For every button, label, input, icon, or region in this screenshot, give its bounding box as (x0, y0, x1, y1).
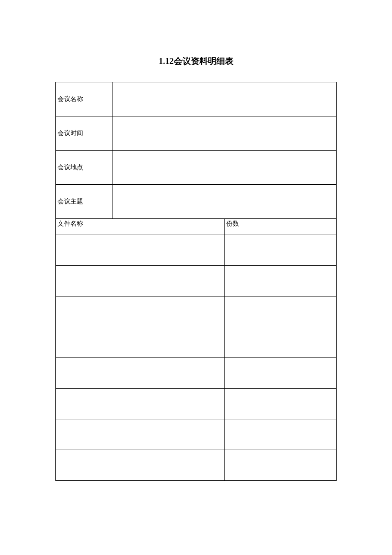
row-meeting-time: 会议时间 (56, 116, 337, 151)
value-meeting-place (112, 151, 337, 185)
label-meeting-place: 会议地点 (56, 151, 112, 185)
cell-copies (225, 235, 337, 266)
cell-copies (225, 266, 337, 296)
table-row (56, 358, 337, 389)
value-meeting-time (112, 116, 337, 151)
cell-file-name (56, 327, 225, 358)
cell-copies (225, 296, 337, 327)
cell-copies (225, 389, 337, 419)
table-row (56, 419, 337, 450)
label-meeting-name: 会议名称 (56, 82, 112, 116)
row-header: 文件名称 份数 (56, 219, 337, 235)
cell-copies (225, 450, 337, 481)
table-row (56, 327, 337, 358)
cell-file-name (56, 358, 225, 389)
cell-file-name (56, 389, 225, 419)
table-row (56, 450, 337, 481)
cell-copies (225, 358, 337, 389)
header-copies: 份数 (225, 219, 337, 235)
value-meeting-name (112, 82, 337, 116)
header-file-name: 文件名称 (56, 219, 225, 235)
table-row (56, 266, 337, 296)
row-meeting-place: 会议地点 (56, 151, 337, 185)
cell-file-name (56, 450, 225, 481)
label-meeting-topic: 会议主题 (56, 185, 112, 219)
cell-file-name (56, 419, 225, 450)
meeting-materials-table: 会议名称 会议时间 会议地点 会议主题 文件名称 份数 (55, 82, 337, 481)
cell-file-name (56, 266, 225, 296)
value-meeting-topic (112, 185, 337, 219)
page-title: 1.12会议资料明细表 (55, 55, 337, 67)
label-meeting-time: 会议时间 (56, 116, 112, 151)
table-row (56, 296, 337, 327)
table-row (56, 389, 337, 419)
cell-file-name (56, 296, 225, 327)
cell-copies (225, 419, 337, 450)
cell-file-name (56, 235, 225, 266)
row-meeting-name: 会议名称 (56, 82, 337, 116)
row-meeting-topic: 会议主题 (56, 185, 337, 219)
table-row (56, 235, 337, 266)
cell-copies (225, 327, 337, 358)
